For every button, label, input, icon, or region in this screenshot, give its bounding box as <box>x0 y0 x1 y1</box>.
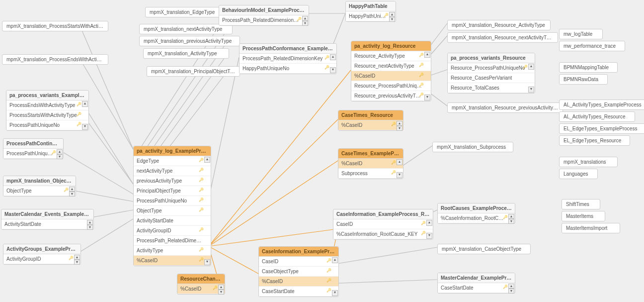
pill-caseobjecttype[interactable]: mpmX_translation_CaseObjectType <box>437 244 531 254</box>
pill-shifttimes[interactable]: ShiftTimes <box>562 199 600 209</box>
pill-process-ends[interactable]: mpmX_translation_ProcessEndsWithActivity… <box>2 54 108 65</box>
pill-resource-nextactivitytype[interactable]: mpmX_translation_Resource_nextActivityTy… <box>447 32 558 43</box>
table-mpmx-objecttype[interactable]: mpmX_translation_ObjectType ObjectType▲▼ <box>3 176 76 197</box>
field-row[interactable]: HappyPathUniqueNo <box>240 64 336 74</box>
field-row[interactable]: ProcessPath_RelatedDimensionKey <box>240 54 336 64</box>
table-header: CaseInformation_ExampleProcess_RCA_LinkT… <box>333 209 433 219</box>
table-activitygroups[interactable]: ActivityGroups_ExampleProcess ActivityGr… <box>3 244 81 265</box>
pill-edgetype[interactable]: mpmX_translation_EdgeType <box>145 7 229 17</box>
table-header: ResourceChanges <box>177 274 225 284</box>
table-rootcauses[interactable]: RootCauses_ExampleProcess %CaseInformati… <box>437 203 515 224</box>
field-row[interactable]: previousActivityType <box>134 176 211 186</box>
key-icon <box>326 268 331 273</box>
field-row[interactable]: CaseID <box>259 257 338 267</box>
table-happypath[interactable]: HappyPathTable HappyPathUniqueN...▲▼ <box>345 1 396 22</box>
table-caseinfo-rca-linktable[interactable]: CaseInformation_ExampleProcess_RCA_LinkT… <box>333 209 433 240</box>
field-row[interactable]: %CaseInformation_RootCause_KEY <box>333 229 433 239</box>
field-row[interactable]: ProcessPath_RelatedDimensionKey <box>219 15 309 25</box>
field-row[interactable]: ActivityStartDate <box>1 219 93 229</box>
pill-mw-logtable[interactable]: mw_logTable <box>559 29 603 39</box>
field-row[interactable]: %CaseID <box>338 159 403 169</box>
key-icon <box>199 227 204 232</box>
field-row[interactable]: EdgeType <box>134 156 211 166</box>
field-row[interactable]: Resource_CasesPerVariant <box>448 73 535 83</box>
field-row[interactable]: ActivityGroupID <box>134 226 211 236</box>
table-mastercalendar-ep[interactable]: MasterCalendar_ExampleProcess CaseStartD… <box>437 273 515 294</box>
field-row[interactable]: CaseID <box>333 219 433 229</box>
table-caseinformation-ep[interactable]: CaseInformation_ExampleProcess CaseIDCas… <box>258 246 339 297</box>
key-icon <box>384 13 389 17</box>
field-row[interactable]: ActivityStartDate <box>134 216 211 226</box>
field-row[interactable]: %CaseID <box>338 120 403 130</box>
pill-previousactivitytype[interactable]: mpmX_translation_previousActivityType <box>139 36 240 46</box>
pill-el-edgetypes-resource[interactable]: EL_EdgeTypes_Resource <box>559 135 630 146</box>
field-row[interactable]: nextActivityType <box>134 166 211 176</box>
table-behaviourinmodel[interactable]: BehaviourInModel_ExampleProcess ProcessP… <box>219 5 309 26</box>
field-row[interactable]: Resource_previousActivityType <box>351 91 431 101</box>
field-row[interactable]: ObjectType <box>3 186 76 196</box>
pill-subprocess[interactable]: mpmX_translation_Subprocess <box>432 142 513 152</box>
field-row[interactable]: Resource_TotalCases <box>448 83 535 93</box>
field-row[interactable]: ProcessEndsWithActivityType <box>6 101 88 110</box>
table-resourcechanges[interactable]: ResourceChanges %CaseID▲▼ <box>177 274 225 295</box>
pill-al-activitytypes-resource[interactable]: AL_ActivityTypes_Resource <box>559 111 635 122</box>
pill-resource-activitytype[interactable]: mpmX_translation_Resource_ActivityType <box>447 20 551 30</box>
field-row[interactable]: CaseObjectType <box>259 267 338 277</box>
field-row[interactable]: ObjectType <box>134 206 211 216</box>
table-pa-process-variants-resource[interactable]: pa_process_variants_Resource Resource_Pr… <box>447 53 535 94</box>
pill-mw-performance-trace[interactable]: mw_performance_trace <box>559 41 625 51</box>
pill-process-starts[interactable]: mpmX_translation_ProcessStartsWithActivi… <box>2 21 108 31</box>
field-row[interactable]: CaseStartDate <box>438 283 515 293</box>
pill-bpmnmappingtable[interactable]: BPMNMappingTable <box>559 62 618 73</box>
key-icon <box>199 257 204 262</box>
pill-masteritems[interactable]: MasterItems <box>562 211 605 221</box>
pill-mpmx-translations[interactable]: mpmX_translations <box>559 157 618 167</box>
table-pa-activity-log-resource[interactable]: pa_activity_log_Resource Resource_Activi… <box>351 41 431 101</box>
data-model-canvas[interactable]: { "pills": { "p1": "mpmX_translation_Pro… <box>0 0 644 302</box>
pill-bpmnrawdata[interactable]: BPMNRawData <box>559 74 608 85</box>
field-row[interactable]: %CaseID <box>259 277 338 287</box>
pill-el-edgetypes-ep[interactable]: EL_EdgeTypes_ExampleProcess <box>559 123 644 134</box>
pill-languages[interactable]: Languages <box>559 169 598 179</box>
key-icon <box>199 158 204 162</box>
table-header: MasterCalendar_ExampleProcess <box>438 273 515 283</box>
key-icon <box>503 215 508 219</box>
field-row[interactable]: ActivityType <box>134 246 211 256</box>
field-row[interactable]: CaseStartDate <box>259 287 338 297</box>
field-row[interactable]: Resource_ActivityType <box>351 51 431 61</box>
field-row[interactable]: Resource_nextActivityType <box>351 61 431 71</box>
table-rows: %CaseIDSubprocess▲▼ <box>338 159 403 179</box>
pill-resource-previousactivitytype[interactable]: mpmX_translation_Resource_previousActivi… <box>447 102 563 113</box>
table-casetimes-resource[interactable]: CaseTimes_Resource %CaseID▲▼ <box>338 110 403 131</box>
field-row[interactable]: Subprocess <box>338 169 403 179</box>
pill-nextactivitytype[interactable]: mpmX_translation_nextActivityType <box>139 24 233 34</box>
field-row[interactable]: ProcessStartsWithActivityType <box>6 110 88 120</box>
field-row[interactable]: Resource_ProcessPathUniqueNo <box>351 81 431 91</box>
pill-principalobjecttype[interactable]: mpmX_translation_PrincipalObjectType <box>147 66 240 77</box>
field-row[interactable]: ProcessPath_RelatedDimensionK... <box>134 236 211 246</box>
table-rows: ProcessPathUniqueNo▲▼ <box>3 149 63 159</box>
table-pa-process-variants-ep[interactable]: pa_process_variants_ExampleProcess Proce… <box>6 90 89 131</box>
table-casetimes-ep[interactable]: CaseTimes_ExampleProcess %CaseIDSubproce… <box>338 148 403 179</box>
table-processpathcontinuation[interactable]: ProcessPathContinuation ProcessPathUniqu… <box>3 138 64 159</box>
table-header: CaseTimes_ExampleProcess <box>338 149 403 159</box>
field-row[interactable]: %CaseID <box>351 71 431 81</box>
field-row[interactable]: ProcessPathUniqueNo <box>134 196 211 206</box>
pill-al-activitytypes-ep[interactable]: AL_ActivityTypes_ExampleProcess <box>559 100 644 110</box>
field-row[interactable]: ProcessPathUniqueNo <box>6 120 88 130</box>
field-row[interactable]: %CaseID <box>134 256 211 266</box>
field-row[interactable]: %CaseID <box>177 284 225 294</box>
field-row[interactable]: %CaseInformation_RootCause_K... <box>438 213 515 223</box>
field-row[interactable]: ProcessPathUniqueNo <box>3 149 63 159</box>
table-pa-activity-log-ep[interactable]: pa_activity_log_ExampleProcess EdgeTypen… <box>133 146 211 266</box>
pill-masteritemsimport[interactable]: MasterItemsImport <box>562 223 620 233</box>
field-row[interactable]: HappyPathUniqueN... <box>346 11 396 21</box>
table-mastercalendar-events[interactable]: MasterCalendar_Events_ExampleProcess Act… <box>1 209 94 230</box>
field-row[interactable]: Resource_ProcessPathUniqueNo <box>448 63 535 73</box>
table-header: MasterCalendar_Events_ExampleProcess <box>1 209 93 219</box>
table-rows: CaseIDCaseObjectType%CaseIDCaseStartDate… <box>259 257 338 297</box>
pill-activitytype[interactable]: mpmX_translation_ActivityType <box>143 48 229 59</box>
field-row[interactable]: PrincipalObjectType <box>134 186 211 196</box>
field-row[interactable]: ActivityGroupID <box>3 254 80 264</box>
table-processpathconformance[interactable]: ProcessPathConformance_ExampleProcess Pr… <box>239 43 337 74</box>
